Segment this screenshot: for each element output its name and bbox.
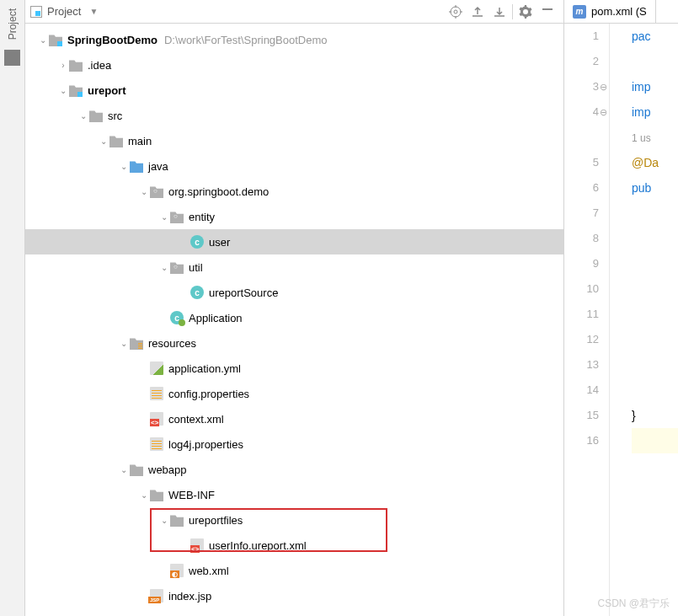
tree-item-ureportfiles[interactable]: ⌄ ureportfiles (25, 507, 563, 533)
chevron-down-icon[interactable]: ⌄ (158, 263, 170, 272)
code-line (632, 251, 678, 276)
gutter-line: 15 (564, 403, 599, 428)
code-line: imp (632, 74, 678, 99)
jsp-file-icon (150, 589, 163, 603)
tree-item-entity[interactable]: ⌄ entity (25, 204, 563, 229)
tree-item-webinf[interactable]: ⌄ WEB-INF (25, 482, 563, 507)
svg-point-0 (451, 7, 461, 17)
tree-item-user[interactable]: c user (25, 229, 563, 254)
code-line (632, 352, 678, 378)
tool-window-bar[interactable]: Project (0, 0, 25, 616)
chevron-down-icon[interactable]: ⌄ (138, 490, 150, 500)
chevron-down-icon[interactable]: ⌄ (118, 339, 130, 348)
tree-item-indexjsp[interactable]: index.jsp (25, 583, 563, 608)
chevron-down-icon[interactable]: ⌄ (37, 35, 49, 45)
label: .idea (88, 59, 111, 72)
gear-icon[interactable] (516, 3, 535, 21)
package-icon (150, 185, 163, 198)
svg-point-1 (454, 10, 457, 13)
tree-item-resources[interactable]: ⌄ resources (25, 330, 563, 356)
package-icon (170, 210, 184, 223)
tree-item-idea[interactable]: › .idea (25, 52, 563, 78)
expand-all-icon[interactable] (468, 3, 487, 21)
label: util (189, 261, 203, 274)
tree-item-webapp[interactable]: ⌄ webapp (25, 457, 563, 482)
class-icon: c (190, 235, 204, 249)
resources-folder-icon (130, 336, 143, 350)
fold-icon[interactable]: ⊖ (600, 99, 607, 125)
code-line: pub (632, 175, 678, 201)
properties-file-icon (150, 387, 163, 400)
yml-file-icon (150, 362, 163, 375)
project-tool-tab[interactable]: Project (7, 3, 19, 45)
tree-item-webxml[interactable]: web.xml (25, 558, 563, 583)
label: index.jsp (168, 590, 211, 603)
fold-icon[interactable]: ⊖ (600, 74, 607, 99)
gutter-line: 6 (564, 175, 599, 201)
tree-item-src[interactable]: ⌄ src (25, 103, 563, 128)
label: application.yml (168, 362, 241, 375)
gutter-line: 1 (564, 24, 599, 49)
tree-item-appyml[interactable]: application.yml (25, 356, 563, 381)
locate-icon[interactable] (446, 3, 465, 21)
label: context.xml (168, 413, 224, 426)
tree-item-ureport-source[interactable]: c ureportSource (25, 280, 563, 305)
tree-item-main[interactable]: ⌄ main (25, 128, 563, 153)
tree-item-package[interactable]: ⌄ org.springboot.demo (25, 179, 563, 204)
label: entity (189, 211, 215, 223)
project-panel: Project ▼ ⌄ SpringBoot (25, 0, 564, 616)
gutter[interactable]: 1 2 3⊖ 4⊖ 5 6 7 8 9 10 11 12 13 14 15 16 (564, 24, 610, 616)
tree-root[interactable]: ⌄ SpringBootDemo D:\work\ForTest\SpringB… (25, 27, 563, 52)
label: WEB-INF (168, 489, 215, 501)
tree-item-configprops[interactable]: config.properties (25, 381, 563, 406)
label: webapp (148, 463, 187, 476)
tree-item-test[interactable]: › test (25, 608, 563, 616)
label: java (148, 160, 168, 173)
chevron-right-icon[interactable]: › (57, 61, 69, 70)
tree-item-userinfo-xml[interactable]: userInfo.ureport.xml (25, 533, 563, 558)
code-line (632, 276, 678, 302)
project-tree[interactable]: ⌄ SpringBootDemo D:\work\ForTest\SpringB… (25, 24, 563, 616)
editor-tab-pom[interactable]: m pom.xml (S (564, 0, 656, 23)
tree-item-application[interactable]: c Application (25, 305, 563, 330)
collapse-all-icon[interactable] (490, 3, 509, 21)
panel-header: Project ▼ (25, 0, 563, 24)
gutter-line: 12 (564, 327, 599, 352)
tree-item-java[interactable]: ⌄ java (25, 153, 563, 179)
gutter-line: 14 (564, 378, 599, 403)
chevron-down-icon[interactable]: ⌄ (138, 187, 150, 196)
tree-item-contextxml[interactable]: context.xml (25, 406, 563, 431)
maven-icon: m (573, 5, 586, 19)
label: ureport (88, 84, 126, 97)
folder-icon (69, 58, 83, 72)
watermark: CSDN @君宁乐 (597, 597, 670, 611)
chevron-down-icon[interactable]: ⌄ (77, 111, 89, 121)
label: src (108, 110, 122, 122)
chevron-down-icon[interactable]: ⌄ (118, 162, 130, 171)
tree-item-ureport[interactable]: ⌄ ureport (25, 78, 563, 103)
folder-icon (130, 463, 143, 476)
label: userInfo.ureport.xml (209, 539, 307, 552)
code-line (632, 378, 678, 403)
chevron-down-icon[interactable]: ⌄ (118, 465, 130, 474)
tree-item-log4j[interactable]: log4j.properties (25, 431, 563, 457)
chevron-down-icon[interactable]: ⌄ (57, 86, 69, 95)
editor-panel: m pom.xml (S 1 2 3⊖ 4⊖ 5 6 7 8 9 10 11 1… (564, 0, 678, 616)
class-icon: c (190, 286, 204, 299)
chevron-down-icon[interactable]: ⌄ (98, 137, 109, 146)
project-icon (30, 6, 42, 18)
chevron-down-icon[interactable]: ⌄ (158, 212, 170, 222)
structure-tool-icon[interactable] (4, 50, 20, 66)
root-path: D:\work\ForTest\SpringBootDemo (164, 34, 328, 46)
code-area[interactable]: pac imp imp 1 us @Da pub } (610, 24, 678, 616)
editor-body[interactable]: 1 2 3⊖ 4⊖ 5 6 7 8 9 10 11 12 13 14 15 16… (564, 24, 678, 616)
gutter-line: 7 (564, 201, 599, 226)
hide-icon[interactable] (538, 3, 557, 21)
label: main (128, 135, 152, 147)
root-name: SpringBootDemo (67, 34, 157, 46)
view-dropdown-icon[interactable]: ▼ (89, 7, 98, 16)
chevron-down-icon[interactable]: ⌄ (158, 516, 170, 525)
tree-item-util[interactable]: ⌄ util (25, 254, 563, 280)
label: Application (189, 312, 243, 324)
svg-rect-8 (542, 8, 553, 10)
